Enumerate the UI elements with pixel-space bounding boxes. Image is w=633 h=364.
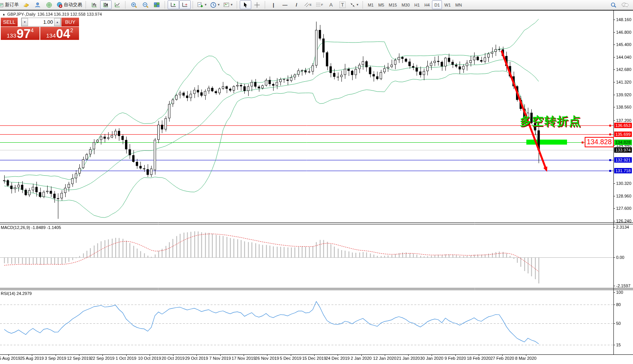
date-label: 15 Dec 2019	[302, 356, 326, 361]
volume-increase-button[interactable]: ▲	[54, 18, 61, 26]
date-label: 3 Sep 2019	[45, 356, 66, 361]
arrows-tool[interactable]: ▼	[348, 0, 361, 9]
price-target-box[interactable]: 134.828	[585, 137, 614, 147]
journal-button[interactable]	[20, 0, 32, 9]
autotrading-label: 自动交易	[64, 2, 82, 8]
chart-header: ▲ GBPJPY-,Daily 136.134 136.319 132.558 …	[2, 12, 102, 16]
annotation-text[interactable]: 多空转折点	[520, 114, 581, 129]
price-tick-label: 138.560	[616, 105, 631, 109]
rsi-indicator-label: RSI(14) 24.2979	[1, 291, 32, 296]
candlestick-chart-icon	[103, 2, 109, 8]
sell-price-figure: 133	[7, 32, 16, 40]
dropdown-arrow-icon: ▼	[230, 3, 233, 7]
trendline-tool[interactable]: /	[291, 0, 302, 9]
timeframe-d1[interactable]: D1	[432, 0, 442, 9]
periods-button[interactable]: ▼	[209, 0, 222, 9]
timeframe-m30[interactable]: M30	[399, 0, 412, 9]
crosshair-button[interactable]	[251, 0, 263, 9]
fibonacci-tool[interactable]: F	[314, 0, 325, 9]
timeframe-m15[interactable]: M15	[386, 0, 399, 9]
indicators-icon	[197, 2, 203, 8]
date-label: 18 Feb 2020	[467, 356, 491, 361]
chart-shift-button[interactable]	[179, 0, 191, 9]
text-tool[interactable]: A	[325, 0, 337, 9]
autotrading-button[interactable]: 自动交易	[55, 0, 84, 9]
timeframe-w1[interactable]: W1	[442, 0, 453, 9]
dropdown-arrow-icon: ▼	[217, 3, 220, 7]
sell-price[interactable]: 133 97 4	[1, 27, 40, 40]
date-label: 8 Mar 2020	[515, 356, 537, 361]
tile-windows-button[interactable]	[151, 0, 163, 9]
date-label: 29 Oct 2019	[185, 356, 208, 361]
search-button[interactable]	[608, 0, 619, 9]
buy-button[interactable]: BUY	[61, 18, 79, 26]
arrows-icon	[350, 2, 355, 8]
toolbar-right	[608, 0, 631, 9]
timeframe-m5[interactable]: M5	[376, 0, 386, 9]
price-badge: 133.974	[614, 147, 632, 153]
volume-input[interactable]	[28, 18, 54, 26]
separator	[363, 1, 364, 8]
dropdown-arrow-icon: ▼	[204, 3, 207, 7]
channel-letter: E	[310, 3, 312, 7]
date-label: 15 Aug 2019	[0, 356, 20, 361]
chart-symbol-title: GBPJPY-,Daily	[7, 12, 36, 16]
date-label: 12 Jan 2020	[373, 356, 397, 361]
price-badge: 134.828	[614, 140, 632, 145]
profile-button[interactable]	[32, 0, 43, 9]
radar-icon	[46, 2, 52, 8]
text-tool-icon: A	[329, 2, 333, 8]
price-tick-label: 144.040	[616, 55, 631, 59]
chat-button[interactable]	[619, 0, 631, 9]
buy-price[interactable]: 134 04 2	[40, 27, 79, 40]
candlestick-chart-button[interactable]	[100, 0, 112, 9]
dropdown-arrow-icon: ▼	[356, 3, 359, 7]
rsi-scale-label: 15	[616, 343, 621, 347]
price-tick-label: 128.960	[616, 194, 631, 198]
green-bar-object[interactable]	[526, 140, 567, 145]
chart-corner-icon: ▲	[2, 13, 5, 16]
timeframe-h1[interactable]: H1	[412, 0, 422, 9]
cursor-button[interactable]	[240, 0, 251, 9]
macd-scale-label: 2.3134	[616, 225, 629, 229]
date-label: 30 Jan 2020	[420, 356, 443, 361]
timeframe-mn[interactable]: MN	[453, 0, 464, 9]
templates-button[interactable]: ▼	[222, 0, 235, 9]
macd-indicator-label: MACD(12,26,9) -1.8489 -1.1405	[1, 225, 61, 230]
price-tick-label: 127.600	[616, 206, 631, 211]
new-order-button[interactable]: 新订单	[0, 0, 20, 9]
text-label-tool[interactable]: T	[337, 0, 348, 9]
timeframe-h4[interactable]: H4	[422, 0, 432, 9]
channel-tool[interactable]: E	[302, 0, 314, 9]
date-label: 1 Oct 2019	[116, 356, 137, 361]
radar-button[interactable]	[43, 0, 55, 9]
indicators-button[interactable]: ▼	[196, 0, 209, 9]
autotrading-icon	[56, 2, 63, 8]
zoom-out-button[interactable]	[140, 0, 151, 9]
profile-icon	[35, 2, 41, 8]
crosshair-icon	[254, 2, 260, 8]
trend-arrow-object[interactable]	[501, 51, 549, 174]
horizontal-line-icon: —	[282, 2, 287, 8]
sell-button[interactable]: SELL	[1, 18, 18, 26]
date-label: 26 Nov 2019	[255, 356, 279, 361]
date-label: 27 Feb 2020	[490, 356, 514, 361]
bar-chart-button[interactable]	[89, 0, 100, 9]
price-tick-label: 137.200	[616, 118, 631, 123]
line-chart-button[interactable]	[112, 0, 123, 9]
trendline-icon: /	[296, 2, 297, 8]
zoom-in-button[interactable]	[128, 0, 140, 9]
volume-control: ▼ ▲	[21, 18, 61, 26]
journal-icon	[23, 2, 30, 8]
timeframe-m1[interactable]: M1	[366, 0, 376, 9]
volume-decrease-button[interactable]: ▼	[21, 18, 28, 26]
vertical-line-tool[interactable]: |	[268, 0, 279, 9]
line-chart-icon	[114, 2, 120, 8]
channel-icon	[304, 2, 310, 7]
new-order-label: 新订单	[5, 2, 19, 8]
price-badge: 131.718	[614, 168, 632, 173]
auto-scroll-button[interactable]	[168, 0, 179, 9]
horizontal-line-tool[interactable]: —	[279, 0, 291, 9]
price-badge: 135.699	[614, 132, 632, 137]
separator	[237, 1, 239, 8]
